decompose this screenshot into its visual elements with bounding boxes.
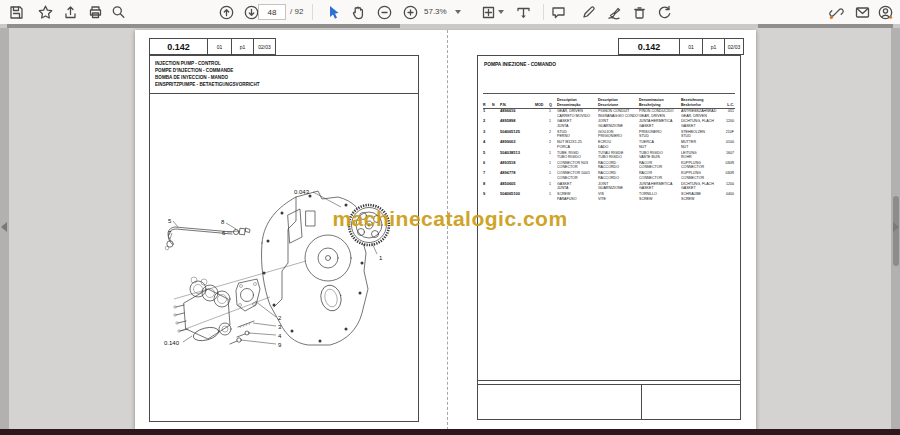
fit-page-button[interactable] [477, 2, 499, 22]
description-en-pt-cell: NUT M12X1.25PORCA [557, 140, 598, 150]
favorite-star-button[interactable] [34, 2, 56, 22]
description-es-nl-cell: PIÑON CONDUCIDOGEAR, DRIVEN [639, 109, 681, 119]
right-panel-rail[interactable] [891, 28, 900, 429]
description-es-nl-cell: TUERCANUT [639, 140, 681, 150]
table-row: 95040651001SCREWPARAFUSOVISVITETORNILLOS… [483, 192, 735, 202]
title-line: INJECTION PUMP - CONTROL [155, 60, 260, 67]
scrollbar-segment[interactable] [758, 24, 893, 28]
ref-cell: 2 [483, 119, 492, 129]
horizontal-scrollbar[interactable] [0, 24, 900, 28]
left-panel-rail[interactable] [0, 28, 9, 429]
pen-annotate-button[interactable] [577, 2, 599, 22]
lc-cell: 030R [719, 161, 735, 171]
share-upload-button[interactable] [59, 2, 81, 22]
previous-page-button[interactable] [215, 2, 237, 22]
print-button[interactable] [84, 2, 106, 22]
description-de-da-cell: KUPPLUNGCONNECTOR [681, 161, 719, 171]
n-cell [492, 161, 500, 171]
description-fr-it-cell: VISVITE [598, 192, 639, 202]
parts-table: RNP.N.MODQDescriptionDenominaçãoDescript… [483, 93, 735, 203]
ref-cell: 6 [483, 161, 492, 171]
description-fr-it-cell: JOINTGUARNIZIONE [598, 119, 639, 129]
select-pointer-button[interactable] [322, 2, 344, 22]
page-spread: 0.142 01 p1 02/03 INJECTION PUMP - CONTR… [135, 30, 756, 430]
quantity-cell: 1 [549, 151, 557, 161]
callout-9: 9 [278, 342, 282, 348]
column-header: DescriptionDescrizione [598, 98, 639, 107]
description-en-pt-cell: STUDPERNO [557, 130, 598, 140]
tab-cell: p1 [702, 38, 724, 55]
section-code: 0.142 [618, 38, 679, 55]
callout-6: 6 [222, 230, 226, 236]
column-header: R [483, 103, 492, 107]
lc-cell: 1607 [719, 151, 735, 161]
lc-cell: 030R [719, 171, 735, 181]
trash-button[interactable] [628, 2, 650, 22]
mod-cell [535, 140, 549, 150]
table-row: 448990032NUT M12X1.25PORCAECROUDADOTUERC… [483, 140, 735, 150]
page-footer-box [478, 384, 740, 419]
document-area: 0.142 01 p1 02/03 INJECTION PUMP - CONTR… [0, 28, 900, 429]
zoom-level-label[interactable]: 57.3% [424, 7, 447, 16]
part-number-cell: 504038513 [500, 151, 535, 161]
zoom-in-button[interactable] [399, 2, 421, 22]
page-title: POMPA INIEZIONE - COMANDO [484, 62, 556, 67]
quantity-cell: 2 [549, 140, 557, 150]
description-fr-it-cell: PIGNON CONDUITINGRANAGGIO CONDOT. [598, 109, 639, 119]
save-button[interactable] [5, 2, 27, 22]
part-number-cell: 4896778 [500, 171, 535, 181]
ref-cell: 8 [483, 182, 492, 192]
lc-cell: 0100 [719, 140, 735, 150]
column-header: BezeichnungBeskrivelse [681, 98, 719, 107]
description-fr-it-cell: GOUJONPRIGIONIERO [598, 130, 639, 140]
link-share-button[interactable] [825, 2, 847, 22]
mod-cell [535, 119, 549, 129]
pdf-toolbar: 48 / 92 57.3% [0, 0, 900, 24]
description-fr-it-cell: ECROUDADO [598, 140, 639, 150]
zoom-dropdown-caret[interactable] [455, 10, 461, 14]
tab-cell: 01 [679, 38, 702, 55]
description-en-pt-cell: CONNECTOR 90/3CONECTOR [557, 161, 598, 171]
pdf-viewer-window: 48 / 92 57.3% [0, 0, 900, 435]
zoom-out-button[interactable] [373, 2, 395, 22]
page-count-label: / 92 [290, 7, 303, 16]
sign-button[interactable] [603, 2, 625, 22]
comment-button[interactable] [547, 2, 569, 22]
column-header: N [492, 103, 500, 107]
part-number-cell: 504065125 [500, 130, 535, 140]
gasket-plate [236, 279, 260, 311]
account-button[interactable] [874, 2, 896, 22]
collapse-left-icon[interactable] [1, 222, 7, 232]
table-body: 148966161GEAR, DRIVENCARRETO MOVIDOPIGNO… [483, 109, 735, 203]
ref-cell: 7 [483, 171, 492, 181]
description-en-pt-cell: GASKETJUNTA [557, 182, 598, 192]
lc-cell: 051 [719, 109, 735, 119]
collapse-right-icon[interactable] [893, 222, 899, 232]
search-button[interactable] [107, 2, 129, 22]
email-button[interactable] [851, 2, 873, 22]
footer-rule [478, 380, 740, 381]
toolbar-divider [312, 4, 313, 20]
description-es-nl-cell: RACORCONNECTOR [639, 161, 681, 171]
table-row: 648935181CONNECTOR 90/3CONECTORRACCORDRA… [483, 161, 735, 171]
lc-cell: 1200 [719, 119, 735, 129]
fit-width-button[interactable] [512, 2, 534, 22]
page-number-input[interactable]: 48 [258, 4, 286, 20]
hand-pan-button[interactable] [347, 2, 369, 22]
description-de-da-cell: KUPPLUNGCONNECTOR [681, 171, 719, 181]
exploded-diagram: 0.043 0.140 1 2 3 4 9 5 7 8 6 [150, 93, 418, 421]
undo-button[interactable] [653, 2, 675, 22]
description-en-pt-cell: GEAR, DRIVENCARRETO MOVIDO [557, 109, 598, 119]
callout-1: 1 [379, 255, 383, 261]
description-de-da-cell: ANTRIEBSZAHNRADGEAR, DRIVEN [681, 109, 719, 119]
scrollbar-segment[interactable] [7, 24, 400, 28]
description-fr-it-cell: TUYAU RIGIDETUBO RIGIDO [598, 151, 639, 161]
description-de-da-cell: LEITUNGROHR [681, 151, 719, 161]
mod-cell [535, 151, 549, 161]
tab-cell: 02/03 [253, 38, 276, 55]
description-de-da-cell: MUTTERNUT [681, 140, 719, 150]
quantity-cell: 1 [549, 109, 557, 119]
part-number-cell: 4893518 [500, 161, 535, 171]
right-page-header-tab: 0.142 01 p1 02/03 [618, 38, 744, 55]
fit-dropdown-caret[interactable] [498, 10, 504, 14]
